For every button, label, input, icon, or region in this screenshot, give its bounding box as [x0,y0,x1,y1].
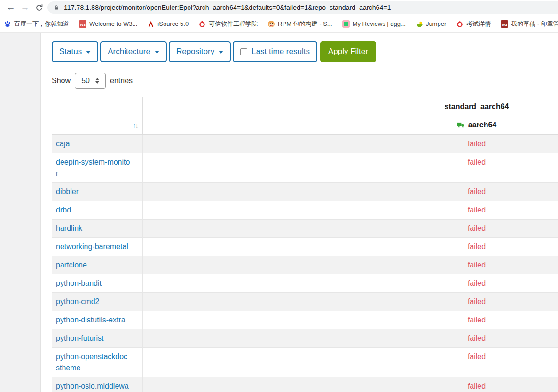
svg-text:W3: W3 [80,22,86,26]
bookmark-label: Welcome to W3... [89,20,137,27]
chevron-down-icon [86,51,91,54]
ring-icon [198,20,206,28]
status-cell: failed [143,377,558,392]
build-status-link[interactable]: failed [468,382,486,390]
package-cell: caja [52,135,143,153]
package-link[interactable]: python-distutils-extra [56,314,126,326]
repo-header-row: standard_aarch64 [52,97,558,116]
bookmark-item[interactable]: 百度一下，你就知道 [4,20,69,28]
build-status-link[interactable]: failed [468,140,486,148]
status-filter-dropdown[interactable]: Status [52,41,98,62]
arch-header-row: ↑↓ aarch64 [52,116,558,135]
bookmark-label: 考试详情 [466,20,491,28]
back-icon[interactable]: ← [4,2,18,13]
table-row: dibblerfailed [52,183,558,201]
package-link[interactable]: python-oslo.middleware [56,381,131,392]
repository-filter-dropdown[interactable]: Repository [169,41,231,62]
bookmark-label: iSource 5.0 [157,20,189,27]
table-row: python-cmd2failed [52,293,558,311]
build-status-table: standard_aarch64 ↑↓ aarch64 cajafailed [52,97,558,392]
build-status-link[interactable]: failed [468,316,486,324]
status-cell: failed [143,153,558,183]
table-row: drbdfailed [52,201,558,220]
package-cell: networking-baremetal [52,238,143,256]
bookmark-item[interactable]: RPM 包的构建 - S... [267,20,332,28]
empty-header-cell [52,97,143,116]
package-link[interactable]: deepin-system-monitor [56,157,131,179]
package-link[interactable]: caja [56,138,70,149]
address-bar[interactable]: 117.78.1.88/project/monitor/openEuler:Ep… [47,1,558,14]
package-link[interactable]: python-cmd2 [56,296,100,307]
bookmark-item[interactable]: W3Welcome to W3... [79,20,137,28]
bookmark-item[interactable]: 考试详情 [456,20,491,28]
build-status-link[interactable]: failed [468,243,486,251]
package-link[interactable]: networking-baremetal [56,241,128,252]
entries-label: entries [110,77,133,85]
last-time-results-checkbox[interactable] [240,48,247,55]
table-row: python-distutils-extrafailed [52,311,558,329]
bookmark-label: 我的草稿 - 印章管... [511,20,558,28]
bookmark-item[interactable]: iSource 5.0 [147,20,189,28]
reload-icon[interactable] [32,4,46,12]
status-cell: failed [143,183,558,201]
build-status-link[interactable]: failed [468,279,486,287]
package-link[interactable]: dibbler [56,186,79,197]
monitor-table-wrap: standard_aarch64 ↑↓ aarch64 cajafailed [52,97,558,392]
table-row: python-oslo.middlewarefailed [52,377,558,392]
architecture-filter-dropdown[interactable]: Architecture [100,41,167,62]
forward-icon[interactable]: → [18,2,32,13]
bookmark-item[interactable]: My Reviews | dgg... [342,20,406,28]
build-status-link[interactable]: failed [468,224,486,232]
lock-icon [54,5,59,10]
status-cell: failed [143,201,558,220]
last-time-results-label: Last time results [251,47,310,56]
entries-per-page-select[interactable]: 50 [75,73,106,89]
table-row: deepin-system-monitorfailed [52,153,558,183]
build-status-link[interactable]: failed [468,353,486,361]
browser-toolbar: ← → 117.78.1.88/project/monitor/openEule… [0,0,558,15]
status-cell: failed [143,256,558,274]
package-link[interactable]: python-futurist [56,333,103,344]
bookmark-item[interactable]: Jumper [416,20,446,28]
url-text: 117.78.1.88/project/monitor/openEuler:Ep… [64,4,391,11]
build-status-link[interactable]: failed [468,158,486,166]
package-cell: dibbler [52,183,143,201]
package-link[interactable]: partclone [56,259,87,271]
bookmark-item[interactable]: W3我的草稿 - 印章管... [501,20,558,28]
last-time-results-toggle[interactable]: Last time results [233,41,317,62]
exam-ring-icon [456,20,464,28]
build-status-link[interactable]: failed [468,261,486,269]
isource-icon [147,20,155,28]
build-status-link[interactable]: failed [468,298,486,306]
apply-filter-button[interactable]: Apply Filter [320,41,376,62]
bookmark-label: RPM 包的构建 - S... [278,20,332,28]
bookmark-label: 百度一下，你就知道 [14,20,69,28]
table-row: python-openstackdocsthemefailed [52,348,558,377]
build-status-link[interactable]: failed [468,188,486,196]
package-link[interactable]: python-openstackdocstheme [56,351,131,374]
chevron-down-icon [155,51,159,54]
sort-icon[interactable]: ↑↓ [133,121,139,129]
build-status-link[interactable]: failed [468,334,486,342]
status-cell: failed [143,348,558,377]
monkey-icon [267,20,275,28]
package-cell: python-bandit [52,274,143,293]
package-link[interactable]: hardlink [56,223,82,234]
w3-icon: W3 [79,20,86,28]
package-sort-header: ↑↓ [52,116,143,135]
filter-toolbar: Status Architecture Repository Last time… [52,41,558,62]
table-row: python-futuristfailed [52,329,558,348]
build-status-link[interactable]: failed [468,206,486,214]
baidu-icon [4,20,11,28]
package-cell: python-cmd2 [52,293,143,311]
status-filter-label: Status [59,47,82,56]
select-stepper-icon [95,78,99,84]
package-link[interactable]: python-bandit [56,278,102,289]
jumper-icon [416,20,423,28]
package-cell: hardlink [52,220,143,238]
monitor-content: Status Architecture Repository Last time… [52,33,558,392]
bookmark-item[interactable]: 可信软件工程学院 [198,20,258,28]
architecture-filter-label: Architecture [108,47,150,56]
table-row: cajafailed [52,135,558,153]
package-link[interactable]: drbd [56,204,71,216]
